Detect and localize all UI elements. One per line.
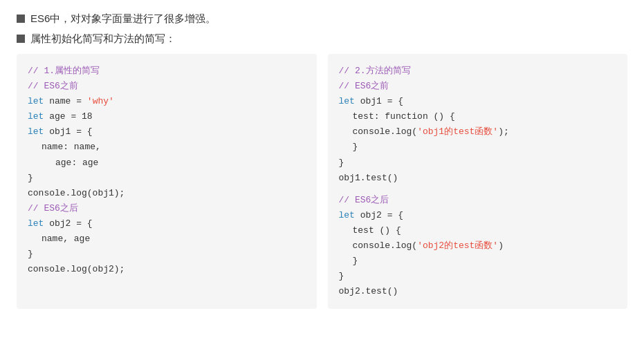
code-line: obj1.test()	[339, 171, 617, 186]
code-line: name: name,	[28, 140, 306, 155]
code-line: }	[28, 247, 306, 262]
code-line: let obj2 = {	[339, 208, 617, 223]
code-line: let obj2 = {	[28, 216, 306, 231]
code-line	[339, 186, 617, 193]
code-line: // 1.属性的简写	[28, 64, 306, 79]
code-line: }	[28, 171, 306, 186]
code-line: // ES6之后	[339, 193, 617, 208]
code-line: }	[339, 155, 617, 171]
code-line: let age = 18	[28, 109, 306, 124]
code-line: age: age	[28, 155, 306, 171]
code-line: // 2.方法的简写	[339, 64, 617, 79]
bullet-2	[17, 35, 25, 43]
intro-line-2: 属性初始化简写和方法的简写：	[17, 32, 627, 46]
code-line: }	[339, 269, 617, 284]
intro-text-2: 属性初始化简写和方法的简写：	[30, 32, 176, 46]
code-line: obj2.test()	[339, 284, 617, 299]
code-line: let obj1 = {	[28, 124, 306, 140]
code-line: // ES6之后	[28, 201, 306, 216]
code-line: console.log(obj1);	[28, 186, 306, 201]
code-panels: // 1.属性的简写// ES6之前let name = 'why'let ag…	[17, 54, 627, 309]
intro-text-1: ES6中，对对象字面量进行了很多增强。	[30, 12, 216, 26]
intro-line-1: ES6中，对对象字面量进行了很多增强。	[17, 12, 627, 26]
code-line: test: function () {	[339, 109, 617, 124]
code-line: console.log('obj2的test函数')	[339, 238, 617, 254]
code-line: }	[339, 140, 617, 155]
code-line: console.log(obj2);	[28, 262, 306, 277]
right-panel: // 2.方法的简写// ES6之前let obj1 = {test: func…	[328, 54, 628, 309]
code-line: console.log('obj1的test函数');	[339, 124, 617, 140]
bullet-1	[17, 15, 25, 23]
code-line: let name = 'why'	[28, 94, 306, 109]
code-line: // ES6之前	[28, 79, 306, 94]
code-line: name, age	[28, 231, 306, 247]
code-line: // ES6之前	[339, 79, 617, 94]
code-line: test () {	[339, 223, 617, 238]
code-line: }	[339, 254, 617, 269]
code-line: let obj1 = {	[339, 94, 617, 109]
left-panel: // 1.属性的简写// ES6之前let name = 'why'let ag…	[17, 54, 317, 309]
